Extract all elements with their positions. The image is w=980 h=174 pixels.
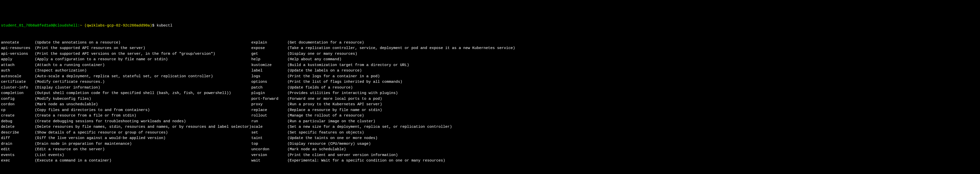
command-row: uncordon (Mark node as schedulable) — [251, 147, 515, 152]
command-description: (Help about any command) — [287, 57, 342, 63]
command-description: (Inspect authorization) — [35, 68, 87, 74]
command-description: (Take a replication controller, service,… — [287, 46, 515, 51]
command-name: rollout — [251, 113, 287, 119]
command-name: create — [1, 113, 35, 119]
command-row: top (Display resource (CPU/memory) usage… — [251, 141, 515, 147]
command-name: cp — [1, 108, 35, 113]
command-row: options (Print the list of flags inherit… — [251, 79, 515, 85]
command-description: (Diff the live version against a would-b… — [35, 136, 165, 141]
command-row: delete (Delete resources by file names, … — [1, 124, 251, 130]
command-name: logs — [251, 74, 287, 79]
command-row: api-versions (Print the supported API ve… — [1, 51, 251, 57]
command-name: api-resources — [1, 46, 35, 51]
command-name: debug — [1, 119, 35, 125]
kubectl-commands-list: annotate (Update the annotations on a re… — [1, 40, 979, 164]
command-name: kustomize — [251, 63, 287, 68]
command-name: expose — [251, 46, 287, 51]
command-row: cluster-info (Display cluster informatio… — [1, 85, 251, 91]
command-name: auth — [1, 68, 35, 74]
command-row: attach (Attach to a running container) — [1, 63, 251, 68]
command-name: scale — [251, 124, 287, 130]
command-name: api-versions — [1, 51, 35, 57]
command-name: label — [251, 68, 287, 74]
command-name: set — [251, 130, 287, 136]
command-description: (Print the supported API resources on th… — [35, 46, 145, 51]
command-row: config (Modify kubeconfig files) — [1, 96, 251, 102]
command-name: describe — [1, 130, 35, 136]
command-description: (Edit a resource on the server) — [35, 147, 105, 152]
command-description: (Create debugging sessions for troublesh… — [35, 119, 186, 125]
command-row: run (Run a particular image on the clust… — [251, 119, 515, 125]
command-description: (Run a proxy to the Kubernetes API serve… — [287, 102, 382, 108]
command-row: get (Display one or many resources) — [251, 51, 515, 57]
command-row: patch (Update fields of a resource) — [251, 85, 515, 91]
command-name: version — [251, 152, 287, 158]
command-row: exec (Execute a command in a container) — [1, 158, 251, 164]
command-row: explain (Get documentation for a resourc… — [251, 40, 515, 46]
command-row: autoscale (Auto-scale a deployment, repl… — [1, 74, 251, 79]
command-description: (List events) — [35, 152, 64, 158]
command-description: (Replace a resource by file name or stdi… — [287, 108, 382, 113]
command-row: logs (Print the logs for a container in … — [251, 74, 515, 79]
command-description: (Mark node as schedulable) — [287, 147, 346, 152]
command-row: edit (Edit a resource on the server) — [1, 147, 251, 152]
command-description: (Update the labels on a resource) — [287, 68, 362, 74]
command-name: proxy — [251, 102, 287, 108]
command-description: (Build a kustomization target from a dir… — [287, 63, 409, 68]
command-name: attach — [1, 63, 35, 68]
command-name: diff — [1, 136, 35, 141]
command-row: plugin (Provides utilities for interacti… — [251, 90, 515, 96]
command-row: diff (Diff the live version against a wo… — [1, 136, 251, 141]
command-row: create (Create a resource from a file or… — [1, 113, 251, 119]
command-name: certificate — [1, 79, 35, 85]
command-name: events — [1, 152, 35, 158]
command-row: drain (Drain node in preparation for mai… — [1, 141, 251, 147]
prompt-tilde: ~ — [80, 23, 82, 29]
command-description: (Mark node as unschedulable) — [35, 102, 98, 108]
command-description: (Print the supported API versions on the… — [35, 51, 215, 57]
command-description: (Set a new size for a deployment, replic… — [287, 124, 452, 130]
command-row: annotate (Update the annotations on a re… — [1, 40, 251, 46]
command-name: taint — [251, 136, 287, 141]
command-row: cp (Copy files and directories to and fr… — [1, 108, 251, 113]
command-name: delete — [1, 124, 35, 130]
command-row: certificate (Modify certificate resource… — [1, 79, 251, 85]
command-description: (Provides utilities for interacting with… — [287, 90, 398, 96]
command-name: replace — [251, 108, 287, 113]
command-description: (Print the logs for a container in a pod… — [287, 74, 380, 79]
command-name: completion — [1, 90, 35, 96]
command-description: (Display one or many resources) — [287, 51, 357, 57]
command-description: (Copy files and directories to and from … — [35, 108, 150, 113]
command-name: help — [251, 57, 287, 63]
command-row: kustomize (Build a kustomization target … — [251, 63, 515, 68]
prompt-path-open: ( — [82, 23, 87, 29]
command-row: events (List events) — [1, 152, 251, 158]
prompt-separator: : — [78, 23, 80, 29]
command-description: (Get documentation for a resource) — [287, 40, 364, 46]
command-description: (Modify certificate resources.) — [35, 79, 105, 85]
command-row: auth (Inspect authorization) — [1, 68, 251, 74]
command-row: scale (Set a new size for a deployment, … — [251, 124, 515, 130]
command-row: label (Update the labels on a resource) — [251, 68, 515, 74]
prompt-path-close: ) — [150, 23, 152, 29]
command-name: exec — [1, 158, 35, 164]
command-name: options — [251, 79, 287, 85]
command-description: (Create a resource from a file or from s… — [35, 113, 136, 119]
command-description: (Modify kubeconfig files) — [35, 96, 91, 102]
command-name: cordon — [1, 102, 35, 108]
command-name: uncordon — [251, 147, 287, 152]
left-column: annotate (Update the annotations on a re… — [1, 40, 251, 164]
command-name: annotate — [1, 40, 35, 46]
command-name: port-forward — [251, 96, 287, 102]
command-row: wait (Experimental: Wait for a specific … — [251, 158, 515, 164]
terminal-prompt-line[interactable]: student_01_70b8a8fed1a0@cloudshell:~ (qw… — [1, 23, 979, 29]
command-row: rollout (Manage the rollout of a resourc… — [251, 113, 515, 119]
prompt-path: qwiklabs-gcp-02-92c260add90a — [87, 23, 150, 29]
command-row: debug (Create debugging sessions for tro… — [1, 119, 251, 125]
command-description: (Print the list of flags inherited by al… — [287, 79, 402, 85]
command-name: patch — [251, 85, 287, 91]
command-description: (Display resource (CPU/memory) usage) — [287, 141, 371, 147]
command-description: (Manage the rollout of a resource) — [287, 113, 364, 119]
command-name: get — [251, 51, 287, 57]
command-row: cordon (Mark node as unschedulable) — [1, 102, 251, 108]
